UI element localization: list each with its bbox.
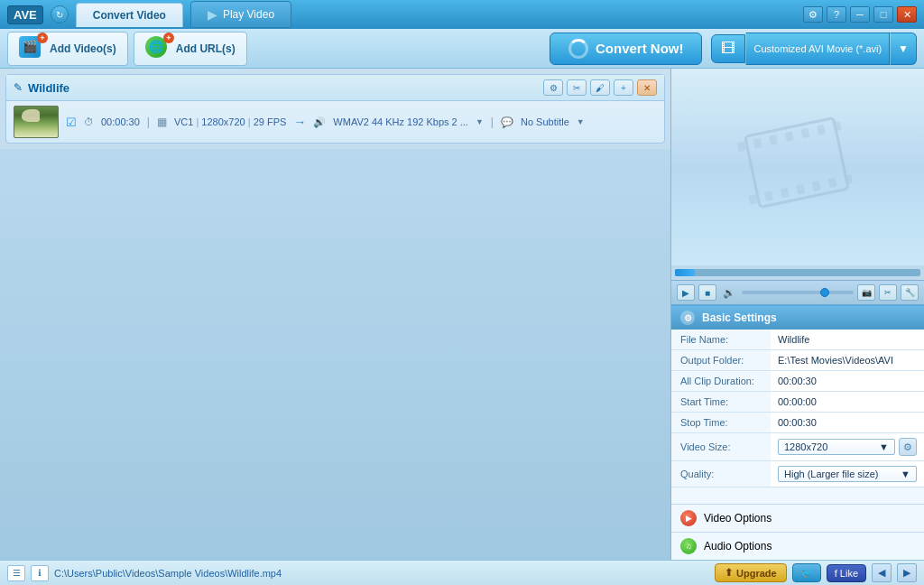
all-clip-duration-value: 00:00:30 xyxy=(771,371,924,392)
twitter-button[interactable]: 🐦 xyxy=(792,563,821,582)
minimize-btn[interactable]: ─ xyxy=(850,6,870,23)
video-size-select[interactable]: 1280x720 ▼ xyxy=(778,439,895,455)
maximize-btn[interactable]: □ xyxy=(873,6,893,23)
start-time-value[interactable]: 00:00:00 xyxy=(771,392,924,413)
close-btn[interactable]: ✕ xyxy=(897,6,917,23)
audio-info: WMAV2 44 KHz 192 Kbps 2 ... xyxy=(333,116,468,127)
add-video-button[interactable]: 🎬 + Add Video(s) xyxy=(7,32,128,66)
video-item-header: ✎ Wildlife ⚙ ✂ 🖌 + ✕ xyxy=(6,75,664,101)
format-dropdown-btn[interactable]: ▼ xyxy=(890,32,917,65)
svg-rect-2 xyxy=(753,138,762,148)
refresh-icon[interactable]: ↻ xyxy=(51,5,69,23)
effects-tool-btn[interactable]: 🖌 xyxy=(590,79,610,96)
settings-tool-btn[interactable]: ⚙ xyxy=(543,79,563,96)
wrench-btn[interactable]: 🔧 xyxy=(901,284,919,301)
add-video-icon: 🎬 + xyxy=(19,36,44,61)
video-options-btn[interactable]: ▶ Video Options xyxy=(671,504,924,532)
audio-icon: 🔊 xyxy=(313,116,326,128)
volume-thumb xyxy=(820,288,829,297)
file-name-row: File Name: Wildlife xyxy=(671,330,924,350)
subtitle-dropdown-icon[interactable]: ▼ xyxy=(577,117,585,126)
twitter-icon: 🐦 xyxy=(800,567,813,578)
volume-slider[interactable] xyxy=(742,291,854,294)
tab-play-video[interactable]: ▶ Play Video xyxy=(190,1,291,28)
quality-select-cell: High (Larger file size) ▼ xyxy=(771,461,924,488)
video-title: Wildlife xyxy=(28,81,69,95)
cut-tool-btn[interactable]: ✂ xyxy=(567,79,587,96)
svg-rect-11 xyxy=(796,184,805,194)
volume-down-icon: 🔉 xyxy=(720,284,738,301)
all-clip-duration-label: All Clip Duration: xyxy=(671,371,771,392)
convert-now-button[interactable]: Convert Now! xyxy=(550,32,703,65)
svg-rect-14 xyxy=(844,174,853,184)
nav-next-btn[interactable]: ▶ xyxy=(897,563,917,582)
add-item-btn[interactable]: + xyxy=(614,79,633,96)
format-icon-area: 🎞 xyxy=(711,34,745,63)
status-list-icon[interactable]: ☰ xyxy=(7,565,25,581)
stop-time-label: Stop Time: xyxy=(671,413,771,433)
checkbox-icon[interactable]: ☑ xyxy=(66,116,77,129)
nav-prev-btn[interactable]: ◀ xyxy=(872,563,892,582)
audio-dropdown-icon[interactable]: ▼ xyxy=(476,117,484,126)
edit-icon: ✎ xyxy=(14,81,23,94)
convert-group: Convert Now! xyxy=(550,32,703,65)
remove-item-btn[interactable]: ✕ xyxy=(637,79,657,96)
upgrade-button[interactable]: ⬆ Upgrade xyxy=(715,563,787,582)
audio-options-label: Audio Options xyxy=(704,540,772,552)
status-info-icon[interactable]: ℹ xyxy=(31,565,49,581)
stop-button[interactable]: ■ xyxy=(698,284,716,301)
settings-ctrl-btn[interactable]: ⚙ xyxy=(803,6,823,23)
status-file-path: C:\Users\Public\Videos\Sample Videos\Wil… xyxy=(54,568,282,579)
play-button[interactable]: ▶ xyxy=(677,284,695,301)
arrow-right-icon: → xyxy=(293,115,306,129)
svg-rect-3 xyxy=(769,135,778,144)
stop-time-row: Stop Time: 00:00:30 xyxy=(671,413,924,433)
svg-rect-8 xyxy=(748,194,757,204)
video-size-gear-btn[interactable]: ⚙ xyxy=(899,438,917,456)
tab-convert-video[interactable]: Convert Video xyxy=(76,3,183,27)
screenshot-btn[interactable]: 📷 xyxy=(857,284,875,301)
video-item-info: ☑ ⏱ 00:00:30 | ▦ VC1 | 1280x720 | 29 FPS… xyxy=(6,101,664,143)
settings-header: ⚙ Basic Settings xyxy=(671,306,924,330)
audio-options-icon: ♫ xyxy=(680,538,697,554)
file-name-value[interactable]: Wildlife xyxy=(771,330,924,350)
format-label-text: Customized AVI Movie (*.avi) xyxy=(753,43,882,54)
settings-spacer xyxy=(671,488,924,504)
play-icon: ▶ xyxy=(208,7,217,22)
settings-table: File Name: Wildlife Output Folder: E:\Te… xyxy=(671,330,924,488)
title-bar: AVE ↻ Convert Video ▶ Play Video ⚙ ? ─ □… xyxy=(0,0,924,29)
add-video-label: Add Video(s) xyxy=(50,42,116,55)
help-ctrl-btn[interactable]: ? xyxy=(827,6,846,23)
progress-bar-container[interactable] xyxy=(675,269,920,276)
video-options-label: Video Options xyxy=(704,512,772,525)
quality-label: Quality: xyxy=(671,461,771,488)
status-bar: ☰ ℹ C:\Users\Public\Videos\Sample Videos… xyxy=(0,560,924,585)
video-item: ✎ Wildlife ⚙ ✂ 🖌 + ✕ ☑ ⏱ 00:00:3 xyxy=(5,74,665,144)
video-item-tools: ⚙ ✂ 🖌 + ✕ xyxy=(543,79,657,96)
audio-options-btn[interactable]: ♫ Audio Options xyxy=(671,532,924,560)
facebook-button[interactable]: f Like xyxy=(827,564,866,582)
video-size-label: Video Size: xyxy=(671,433,771,461)
svg-rect-12 xyxy=(812,181,821,190)
settings-panel: ⚙ Basic Settings File Name: Wildlife Out… xyxy=(671,304,924,560)
progress-fill xyxy=(675,269,695,276)
subtitle-info: No Subtitle xyxy=(521,116,569,127)
output-folder-value[interactable]: E:\Test Movies\Videos\AVI xyxy=(771,350,924,371)
clock-icon: ⏱ xyxy=(84,116,94,127)
film-icon: 🎞 xyxy=(721,41,735,57)
svg-rect-10 xyxy=(781,188,790,198)
stop-time-value[interactable]: 00:00:30 xyxy=(771,413,924,433)
main-area: ✎ Wildlife ⚙ ✂ 🖌 + ✕ ☑ ⏱ 00:00:3 xyxy=(0,69,924,560)
trim-btn[interactable]: ✂ xyxy=(879,284,897,301)
subtitle-icon: 💬 xyxy=(501,116,513,128)
video-options-icon: ▶ xyxy=(680,510,697,526)
add-url-button[interactable]: 🌐 + Add URL(s) xyxy=(134,32,247,66)
svg-rect-0 xyxy=(745,118,848,208)
quality-select[interactable]: High (Larger file size) ▼ xyxy=(778,466,917,482)
add-url-icon: 🌐 + xyxy=(145,36,171,61)
settings-header-icon: ⚙ xyxy=(680,311,695,325)
video-size-select-cell: 1280x720 ▼ ⚙ xyxy=(771,433,924,461)
separator1: | xyxy=(147,116,150,128)
format-text: Customized AVI Movie (*.avi) xyxy=(745,32,890,65)
play-tab-label: Play Video xyxy=(223,8,274,21)
